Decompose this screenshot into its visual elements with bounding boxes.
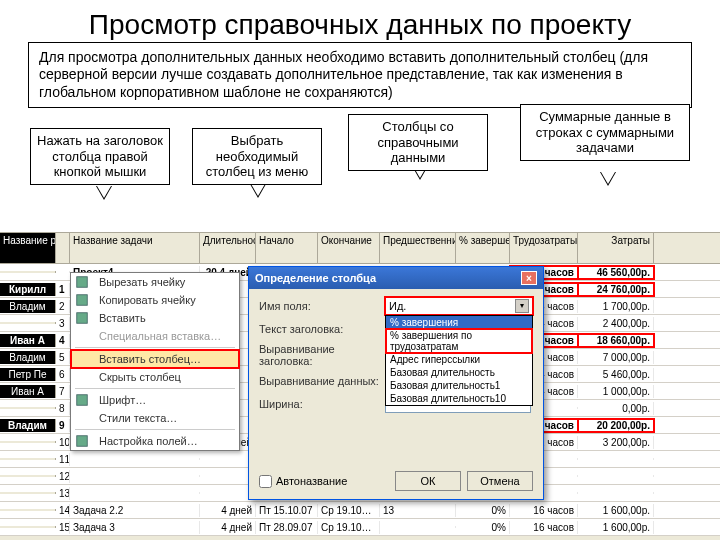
col-duration[interactable]: Длительность — [200, 233, 256, 263]
align-data-label: Выравнивание данных: — [259, 375, 379, 387]
table-row[interactable]: 14Задача 2.24 днейПт 15.10.07Ср 19.10…13… — [0, 502, 720, 519]
field-name-label: Имя поля: — [259, 300, 379, 312]
menu-item[interactable]: Вставить — [71, 309, 239, 327]
col-pct-complete[interactable]: % завершения по трудозатратам — [456, 233, 510, 263]
col-work[interactable]: Трудозатраты — [510, 233, 578, 263]
field-name-list[interactable]: % завершения% завершения по трудозатрата… — [385, 315, 533, 406]
gear-icon — [75, 434, 91, 448]
svg-rect-0 — [77, 277, 88, 288]
menu-item[interactable]: Стили текста… — [71, 409, 239, 427]
menu-item[interactable]: Шрифт… — [71, 391, 239, 409]
menu-item[interactable]: Вырезать ячейку — [71, 273, 239, 291]
dropdown-option[interactable]: Базовая длительность10 — [386, 392, 532, 405]
callout-select-column: Выбрать необходимый столбец из меню — [192, 128, 322, 185]
col-start[interactable]: Начало — [256, 233, 318, 263]
callout-right-click: Нажать на заголовок столбца правой кнопк… — [30, 128, 170, 185]
cut-icon — [75, 275, 91, 289]
dropdown-option[interactable]: % завершения по трудозатратам — [386, 329, 532, 353]
autoname-checkbox[interactable]: Автоназвание — [259, 471, 347, 491]
menu-item[interactable]: Копировать ячейку — [71, 291, 239, 309]
callout-ref-columns: Столбцы со справочными данными — [348, 114, 488, 171]
close-icon[interactable]: × — [521, 271, 537, 285]
dropdown-option[interactable]: Базовая длительность1 — [386, 379, 532, 392]
ok-button[interactable]: ОК — [395, 471, 461, 491]
svg-rect-2 — [77, 313, 88, 324]
callout-summary-rows: Суммарные данные в строках с суммарными … — [520, 104, 690, 161]
col-info[interactable] — [56, 233, 70, 263]
dropdown-option[interactable]: Адрес гиперссылки — [386, 353, 532, 366]
copy-icon — [75, 293, 91, 307]
grid-header-row: Название ресурса Название задачи Длитель… — [0, 232, 720, 264]
menu-item: Специальная вставка… — [71, 327, 239, 345]
dialog-titlebar[interactable]: Определение столбца × — [249, 267, 543, 289]
table-row[interactable]: 15Задача 34 днейПт 28.09.07Ср 19.10…0%16… — [0, 519, 720, 536]
autoname-check-input[interactable] — [259, 475, 272, 488]
chevron-down-icon[interactable]: ▾ — [515, 299, 529, 313]
svg-rect-1 — [77, 295, 88, 306]
column-context-menu: Вырезать ячейкуКопировать ячейкуВставить… — [70, 272, 240, 451]
dropdown-option[interactable]: Базовая длительность — [386, 366, 532, 379]
paste-icon — [75, 311, 91, 325]
width-label: Ширина: — [259, 398, 379, 410]
slide-title: Просмотр справочных данных по проекту — [0, 0, 720, 42]
field-name-dropdown[interactable]: Ид.▾ % завершения% завершения по трудоза… — [385, 297, 533, 315]
dropdown-option[interactable]: % завершения — [386, 316, 532, 329]
svg-rect-3 — [77, 395, 88, 406]
menu-item[interactable]: Скрыть столбец — [71, 368, 239, 386]
cancel-button[interactable]: Отмена — [467, 471, 533, 491]
svg-rect-4 — [77, 436, 88, 447]
header-text-label: Текст заголовка: — [259, 323, 379, 335]
resource-panel-header[interactable]: Название ресурса — [0, 233, 56, 263]
col-task-name[interactable]: Название задачи — [70, 233, 200, 263]
column-definition-dialog: Определение столбца × Имя поля: Ид.▾ % з… — [248, 266, 544, 500]
dialog-title-text: Определение столбца — [255, 272, 376, 284]
col-end[interactable]: Окончание — [318, 233, 380, 263]
col-predecessors[interactable]: Предшественники — [380, 233, 456, 263]
menu-item[interactable]: Настройка полей… — [71, 432, 239, 450]
font-icon — [75, 393, 91, 407]
info-box: Для просмотра дополнительных данных необ… — [28, 42, 692, 109]
align-title-label: Выравнивание заголовка: — [259, 343, 379, 367]
menu-item[interactable]: Вставить столбец… — [71, 350, 239, 368]
col-cost[interactable]: Затраты — [578, 233, 654, 263]
